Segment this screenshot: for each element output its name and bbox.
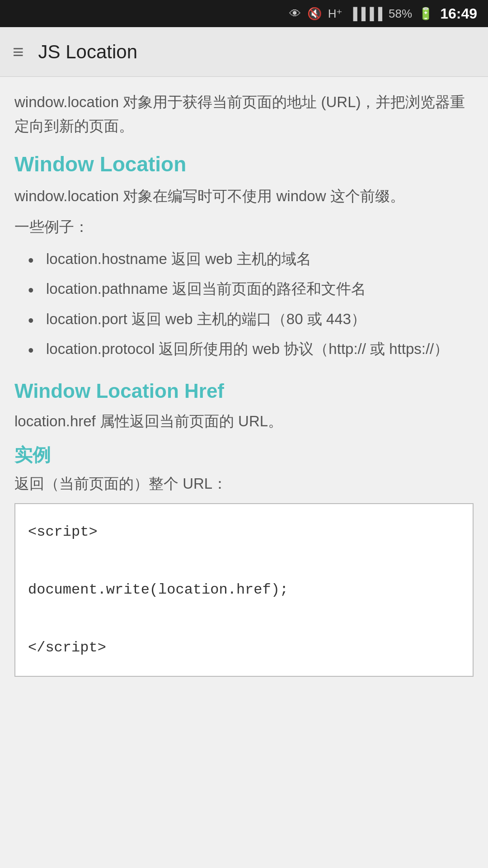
section2-description: location.href 属性返回当前页面的 URL。: [14, 410, 474, 434]
mute-icon: 🔇: [307, 7, 322, 21]
list-item: location.protocol 返回所使用的 web 协议（http:// …: [28, 336, 474, 362]
bullet-list: location.hostname 返回 web 主机的域名 location.…: [14, 246, 474, 361]
section1-description: window.location 对象在编写时可不使用 window 这个前缀。: [14, 184, 474, 208]
code-content: <script> document.write(location.href); …: [28, 518, 460, 662]
network-hplus-icon: H⁺: [328, 7, 343, 21]
status-bar: 👁 🔇 H⁺ ▐▐▐▐ 58% 🔋 16:49: [0, 0, 488, 27]
intro-paragraph: window.location 对象用于获得当前页面的地址 (URL)，并把浏览…: [14, 90, 474, 138]
list-item: location.pathname 返回当前页面的路径和文件名: [28, 276, 474, 302]
example-title: 实例: [14, 443, 474, 467]
example-desc: 返回（当前页面的）整个 URL：: [14, 474, 474, 494]
section2-title: Window Location Href: [14, 380, 474, 402]
menu-icon[interactable]: ≡: [13, 41, 24, 63]
signal-icon: ▐▐▐▐: [349, 7, 382, 21]
battery-percent: 58%: [389, 7, 412, 21]
section1-title: Window Location: [14, 152, 474, 176]
list-item: location.port 返回 web 主机的端口（80 或 443）: [28, 307, 474, 332]
main-content: window.location 对象用于获得当前页面的地址 (URL)，并把浏览…: [0, 77, 488, 704]
examples-label: 一些例子：: [14, 217, 474, 237]
code-block: <script> document.write(location.href); …: [14, 503, 474, 677]
app-title: JS Location: [38, 41, 137, 63]
eye-off-icon: 👁: [289, 7, 301, 21]
list-item: location.hostname 返回 web 主机的域名: [28, 246, 474, 272]
app-bar: ≡ JS Location: [0, 27, 488, 77]
status-time: 16:49: [440, 5, 477, 22]
battery-icon: 🔋: [418, 7, 433, 21]
status-icons: 👁 🔇 H⁺ ▐▐▐▐ 58% 🔋: [289, 7, 433, 21]
